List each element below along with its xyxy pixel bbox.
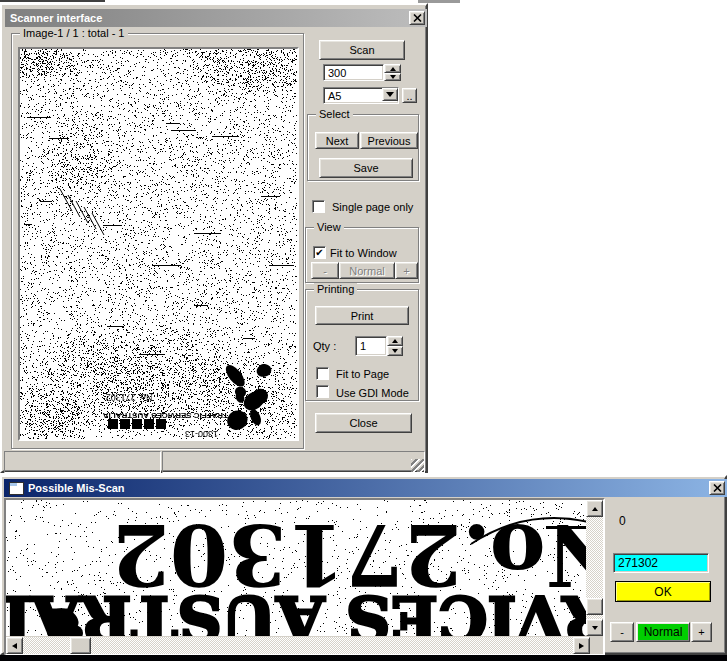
horizontal-scrollbar[interactable]: [6, 637, 590, 654]
right-arrow-icon: [579, 643, 584, 649]
window-title: Scanner interface: [10, 12, 409, 24]
check-icon: ✔: [315, 248, 323, 258]
fit-to-window-checkbox[interactable]: ✔: [313, 246, 326, 259]
scan-number-field[interactable]: 271302: [613, 553, 709, 573]
left-arrow-icon: [12, 643, 17, 649]
view-group-label: View: [314, 221, 344, 233]
qty-up-button[interactable]: [387, 336, 403, 346]
zoom-in-button: +: [395, 262, 418, 279]
vertical-scroll-thumb[interactable]: [586, 598, 603, 615]
close-window-button[interactable]: Close: [315, 413, 412, 433]
resize-grip[interactable]: [411, 459, 424, 472]
more-sizes-button[interactable]: ..: [402, 88, 417, 103]
printing-group-label: Printing: [314, 283, 357, 295]
resolution-up-button[interactable]: [384, 64, 401, 73]
scan-preview-frame: [18, 47, 299, 441]
down-arrow-icon: [392, 349, 398, 353]
paper-size-dropdown-button[interactable]: [382, 88, 398, 101]
down-arrow-icon: [592, 626, 598, 630]
scrollbar-corner: [590, 637, 603, 654]
zoom-out-button: -: [311, 262, 339, 279]
misscan-zoom-in-button[interactable]: +: [691, 622, 712, 642]
ok-button[interactable]: OK: [615, 581, 711, 602]
window-title: Possible Mis-Scan: [28, 482, 709, 494]
single-page-checkbox[interactable]: [312, 200, 325, 213]
scan-button[interactable]: Scan: [319, 40, 405, 60]
qty-field[interactable]: 1: [355, 336, 387, 356]
close-icon: [713, 482, 722, 494]
print-button[interactable]: Print: [315, 306, 409, 325]
screen-bottom-strip: [0, 655, 727, 661]
paper-size-combo[interactable]: A5: [323, 87, 399, 104]
close-icon: [413, 12, 422, 24]
fit-to-window-label: Fit to Window: [330, 247, 397, 259]
statusbar-pane-right: [162, 451, 425, 473]
use-gdi-label: Use GDI Mode: [336, 387, 409, 399]
scanner-titlebar[interactable]: Scanner interface: [5, 9, 427, 27]
qty-down-button[interactable]: [387, 346, 403, 356]
chevron-down-icon: [386, 92, 394, 97]
resolution-down-button[interactable]: [384, 73, 401, 81]
misscan-zoom-out-button[interactable]: -: [610, 622, 634, 642]
paper-size-value: A5: [328, 90, 341, 102]
select-group-label: Select: [316, 108, 353, 120]
screen-edge-artifact: [0, 0, 105, 2]
close-button[interactable]: [409, 11, 425, 25]
misscan-zoom-normal-button[interactable]: Normal: [636, 622, 690, 642]
statusbar-pane-left: [4, 451, 161, 473]
scanner-window: Scanner interface Image-1 / 1 : total - …: [0, 3, 428, 473]
image-group-label: Image-1 / 1 : total - 1: [20, 27, 128, 39]
scroll-down-button[interactable]: [586, 619, 603, 636]
up-arrow-icon: [390, 67, 396, 71]
fit-to-page-checkbox[interactable]: [316, 367, 329, 380]
horizontal-scroll-thumb[interactable]: [70, 637, 91, 654]
scroll-left-button[interactable]: [6, 637, 23, 654]
misscan-count-label: 0: [619, 514, 626, 528]
app-icon: [9, 482, 24, 495]
scroll-right-button[interactable]: [573, 637, 590, 654]
close-button[interactable]: [709, 481, 725, 495]
zoom-normal-button: Normal: [339, 262, 395, 279]
qty-label: Qty :: [313, 340, 336, 352]
misscan-image: [6, 500, 586, 636]
save-button[interactable]: Save: [319, 158, 413, 178]
use-gdi-checkbox[interactable]: [316, 385, 329, 398]
image-groupbox: Image-1 / 1 : total - 1: [11, 33, 304, 449]
next-button[interactable]: Next: [315, 132, 359, 149]
resolution-field[interactable]: 300: [323, 64, 384, 81]
previous-button[interactable]: Previous: [360, 132, 418, 149]
misscan-window: Possible Mis-Scan 0 271302 OK - Normal +: [0, 475, 727, 655]
misscan-titlebar[interactable]: Possible Mis-Scan: [4, 479, 727, 497]
single-page-label: Single page only: [332, 201, 413, 213]
vertical-scrollbar[interactable]: [586, 500, 603, 636]
misscan-view-frame: [4, 498, 605, 656]
scan-preview-image: [20, 49, 297, 439]
fit-to-page-label: Fit to Page: [336, 368, 389, 380]
up-arrow-icon: [592, 507, 598, 511]
up-arrow-icon: [392, 339, 398, 343]
scroll-up-button[interactable]: [586, 500, 603, 517]
down-arrow-icon: [390, 75, 396, 79]
